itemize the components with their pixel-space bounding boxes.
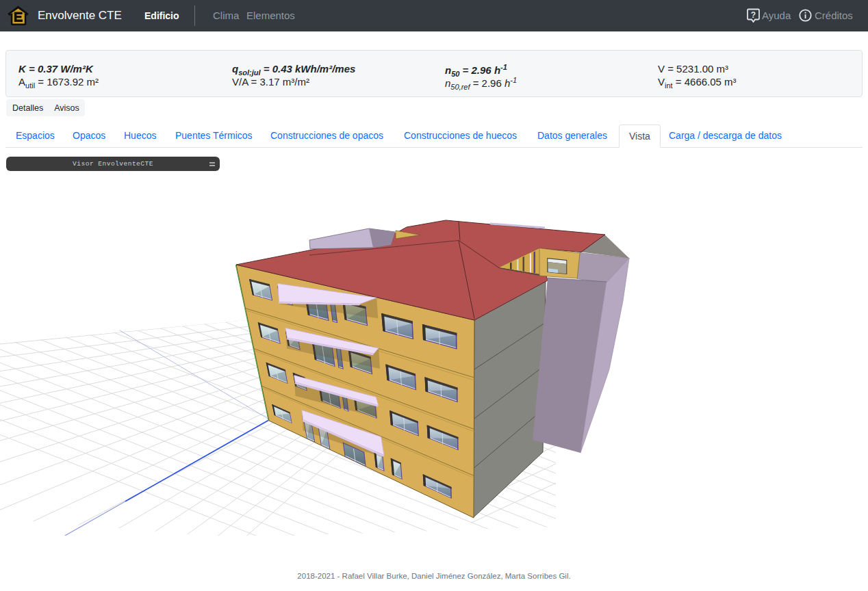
svg-text:?: ?	[751, 10, 756, 20]
